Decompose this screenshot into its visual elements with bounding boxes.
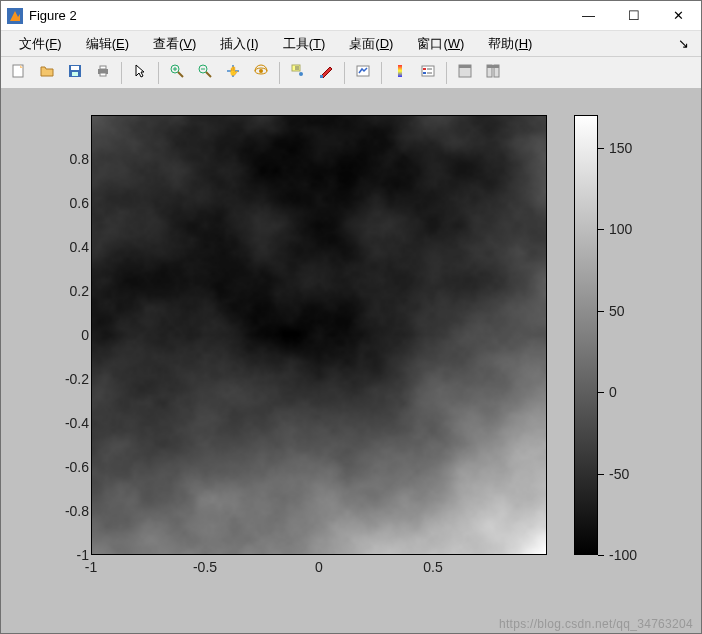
zoom-in-icon xyxy=(169,63,185,82)
figure-window: Figure 2 — ☐ ✕ 文件(F)编辑(E)查看(V)插入(I)工具(T)… xyxy=(0,0,702,634)
axes[interactable] xyxy=(91,115,547,555)
watermark-text: https://blog.csdn.net/qq_34763204 xyxy=(499,617,693,631)
toolbar-separator xyxy=(381,62,382,84)
dock-arrow-icon[interactable]: ↘ xyxy=(672,36,695,51)
link-data-icon xyxy=(355,63,371,82)
data-cursor-icon xyxy=(290,63,306,82)
svg-text:✋: ✋ xyxy=(228,65,240,77)
zoom-out-icon xyxy=(197,63,213,82)
colorbar-tick xyxy=(598,229,604,230)
link-data-button[interactable] xyxy=(350,60,376,86)
y-tick-label: -1 xyxy=(49,547,89,563)
zoom-in-button[interactable] xyxy=(164,60,190,86)
svg-rect-3 xyxy=(71,66,79,70)
colorbar-tick-label: 0 xyxy=(609,384,617,400)
menu-e[interactable]: 编辑(E) xyxy=(74,32,141,56)
toolbar-separator xyxy=(158,62,159,84)
hide-tools-button[interactable] xyxy=(452,60,478,86)
svg-rect-6 xyxy=(100,66,106,69)
matlab-icon xyxy=(7,8,23,24)
x-tick-label: -0.5 xyxy=(193,559,217,575)
svg-rect-4 xyxy=(72,72,78,76)
y-tick-label: 0.4 xyxy=(49,239,89,255)
y-tick-label: 0.6 xyxy=(49,195,89,211)
svg-rect-22 xyxy=(320,75,323,78)
data-cursor-button[interactable] xyxy=(285,60,311,86)
print-icon xyxy=(95,63,111,82)
svg-rect-34 xyxy=(487,65,499,68)
titlebar[interactable]: Figure 2 — ☐ ✕ xyxy=(1,1,701,31)
x-tick-label: -1 xyxy=(85,559,97,575)
close-button[interactable]: ✕ xyxy=(656,1,701,31)
zoom-out-button[interactable] xyxy=(192,60,218,86)
brush-icon xyxy=(318,63,334,82)
new-figure-icon xyxy=(11,63,27,82)
colorbar-tick xyxy=(598,392,604,393)
colorbar-tick-label: 150 xyxy=(609,140,632,156)
print-button[interactable] xyxy=(90,60,116,86)
brush-button[interactable] xyxy=(313,60,339,86)
save-icon xyxy=(67,63,83,82)
svg-rect-27 xyxy=(423,72,426,74)
svg-point-17 xyxy=(259,69,263,73)
x-tick-label: 0 xyxy=(315,559,323,575)
open-file-button[interactable] xyxy=(34,60,60,86)
colorbar-tick xyxy=(598,311,604,312)
svg-rect-7 xyxy=(100,73,106,76)
svg-point-21 xyxy=(299,72,303,76)
colorbar-tick xyxy=(598,474,604,475)
y-tick-label: -0.4 xyxy=(49,415,89,431)
menu-i[interactable]: 插入(I) xyxy=(208,32,270,56)
menu-h[interactable]: 帮助(H) xyxy=(476,32,544,56)
insert-legend-button[interactable] xyxy=(415,60,441,86)
y-tick-label: 0.8 xyxy=(49,151,89,167)
colorbar-tick-label: -50 xyxy=(609,466,629,482)
window-title: Figure 2 xyxy=(29,8,77,23)
figure-canvas[interactable]: https://blog.csdn.net/qq_34763204 0.80.6… xyxy=(1,89,701,633)
menu-v[interactable]: 查看(V) xyxy=(141,32,208,56)
maximize-button[interactable]: ☐ xyxy=(611,1,656,31)
y-tick-label: -0.6 xyxy=(49,459,89,475)
colorbar-tick xyxy=(598,148,604,149)
pan-icon: ✋ xyxy=(225,63,241,82)
heatmap-image xyxy=(92,116,546,554)
pointer-icon xyxy=(132,63,148,82)
y-tick-label: 0.2 xyxy=(49,283,89,299)
y-tick-label: 0 xyxy=(49,327,89,343)
insert-colorbar-button[interactable] xyxy=(387,60,413,86)
svg-line-13 xyxy=(206,72,211,77)
show-tools-button[interactable] xyxy=(480,60,506,86)
svg-rect-24 xyxy=(398,65,402,77)
colorbar-tick-label: -100 xyxy=(609,547,637,563)
svg-rect-31 xyxy=(459,65,471,68)
toolbar-separator xyxy=(121,62,122,84)
save-button[interactable] xyxy=(62,60,88,86)
svg-rect-18 xyxy=(292,65,300,71)
y-tick-label: -0.2 xyxy=(49,371,89,387)
menubar: 文件(F)编辑(E)查看(V)插入(I)工具(T)桌面(D)窗口(W)帮助(H)… xyxy=(1,31,701,57)
colorbar[interactable] xyxy=(574,115,598,555)
rotate-3d-icon xyxy=(253,63,269,82)
insert-legend-icon xyxy=(420,63,436,82)
open-file-icon xyxy=(39,63,55,82)
pointer-button[interactable] xyxy=(127,60,153,86)
toolbar-separator xyxy=(446,62,447,84)
new-figure-button[interactable] xyxy=(6,60,32,86)
svg-rect-26 xyxy=(423,68,426,70)
x-tick-label: 0.5 xyxy=(423,559,442,575)
colorbar-tick-label: 100 xyxy=(609,221,632,237)
toolbar-separator xyxy=(279,62,280,84)
rotate-3d-button[interactable] xyxy=(248,60,274,86)
hide-tools-icon xyxy=(457,63,473,82)
menu-w[interactable]: 窗口(W) xyxy=(405,32,476,56)
insert-colorbar-icon xyxy=(392,63,408,82)
pan-button[interactable]: ✋ xyxy=(220,60,246,86)
menu-t[interactable]: 工具(T) xyxy=(271,32,338,56)
menu-d[interactable]: 桌面(D) xyxy=(337,32,405,56)
show-tools-icon xyxy=(485,63,501,82)
toolbar: ✋ xyxy=(1,57,701,89)
menu-f[interactable]: 文件(F) xyxy=(7,32,74,56)
colorbar-tick xyxy=(598,555,604,556)
minimize-button[interactable]: — xyxy=(566,1,611,31)
svg-rect-25 xyxy=(422,66,434,76)
